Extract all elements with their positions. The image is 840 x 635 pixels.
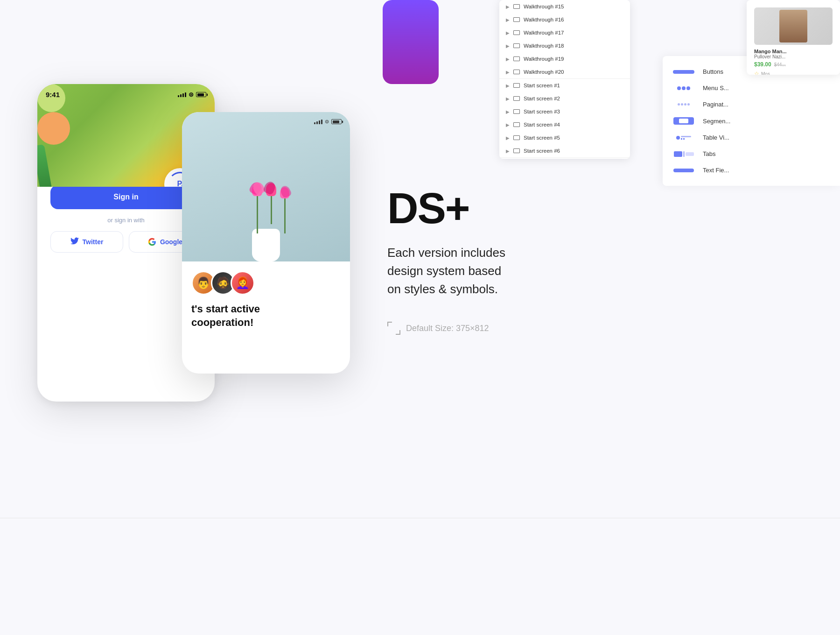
product-price-original: $44... <box>774 62 786 67</box>
component-tabs[interactable]: Tabs <box>663 146 840 162</box>
buttons-bar-icon <box>673 70 694 74</box>
product-rating: ☆ Mos... <box>754 71 833 75</box>
default-size-text: Default Size: 375×812 <box>406 324 489 333</box>
menu-dot2 <box>682 86 686 90</box>
component-textfield[interactable]: Text Fie... <box>663 162 840 178</box>
layer-item-wt19[interactable]: ▶ Walkthrough #19 <box>499 52 630 65</box>
petal-pink-3 <box>280 187 289 198</box>
sign-in-button[interactable]: Sign in <box>50 185 202 209</box>
page-container: 9:41 ⊜ <box>0 0 840 635</box>
fruit-bottle1-decoration <box>37 144 54 187</box>
component-pagination[interactable]: Paginat... <box>663 96 840 113</box>
twitter-button-label: Twitter <box>83 238 104 246</box>
pag-dot4 <box>687 103 690 106</box>
product-name: Mango Man... <box>754 49 833 54</box>
screen-icon-4 <box>513 43 520 48</box>
segment-icon <box>673 117 694 125</box>
layer-panel: ▶ Walkthrough #15 ▶ Walkthrough #16 ▶ Wa… <box>499 0 630 159</box>
segment-label: Segmen... <box>703 118 730 125</box>
battery-icon-2 <box>331 119 342 124</box>
left-area: 9:41 ⊜ <box>37 84 364 420</box>
ds-section: DS+ Each version includes design system … <box>387 187 621 335</box>
signal-bars-icon <box>178 92 186 97</box>
layer-item-ss4[interactable]: ▶ Start screen #4 <box>499 118 630 131</box>
bottom-divider <box>0 518 840 518</box>
twitter-button[interactable]: Twitter <box>50 231 123 253</box>
purple-phone-area <box>383 0 439 84</box>
layer-item-ss6[interactable]: ▶ Start screen #6 <box>499 144 630 157</box>
social-headline-line1: t's start active <box>191 303 260 315</box>
layer-item-wt20[interactable]: ▶ Walkthrough #20 <box>499 65 630 78</box>
layer-item-wt16[interactable]: ▶ Walkthrough #16 <box>499 13 630 26</box>
layer-item-ss3[interactable]: ▶ Start screen #3 <box>499 105 630 118</box>
layer-item-wt15[interactable]: ▶ Walkthrough #15 <box>499 0 630 13</box>
screen-icon-6 <box>513 70 520 74</box>
segment-preview <box>672 117 695 125</box>
stem-3 <box>284 198 286 233</box>
tabs-preview <box>672 151 695 157</box>
flower-1 <box>252 184 262 233</box>
expand-arrow-7: ▶ <box>506 83 510 88</box>
textfield-preview <box>672 169 695 172</box>
screen-icon-9 <box>513 109 520 114</box>
pag-dot2 <box>681 103 683 106</box>
buttons-preview <box>672 70 695 74</box>
layer-name-wt19: Walkthrough #19 <box>524 56 564 62</box>
segment-inner <box>679 119 688 123</box>
google-button-label: Google <box>160 238 182 246</box>
shopping-panel: Mango Man... Pullover Nazi... $39.00 $44… <box>747 0 840 75</box>
tab-inactive <box>686 152 694 156</box>
layer-item-wt18[interactable]: ▶ Walkthrough #18 <box>499 39 630 52</box>
product-image <box>754 7 833 45</box>
layer-name-wt17: Walkthrough #17 <box>524 30 564 35</box>
expand-arrow-12: ▶ <box>506 148 510 154</box>
social-phone-content: 👨 🧔 👩‍🦰 t's start active cooperation! <box>182 261 350 339</box>
screen-icon <box>513 4 520 9</box>
menu-label: Menu S... <box>703 85 729 92</box>
menu-preview <box>672 86 695 90</box>
tabs-label: Tabs <box>703 150 715 157</box>
textfield-label: Text Fie... <box>703 167 729 174</box>
component-menu[interactable]: Menu S... <box>663 80 840 96</box>
expand-arrow-2: ▶ <box>506 17 510 22</box>
layer-item-ss5[interactable]: ▶ Start screen #5 <box>499 131 630 144</box>
flower-3 <box>280 187 289 233</box>
filter-item[interactable]: ⊙ Filter <box>499 157 630 159</box>
layer-item-ss2[interactable]: ▶ Start screen #2 <box>499 92 630 105</box>
product-img-inner <box>779 10 807 42</box>
menu-dot1 <box>677 86 681 90</box>
textfield-icon <box>673 169 694 172</box>
petal-pink-1 <box>252 184 262 196</box>
layer-item-wt17[interactable]: ▶ Walkthrough #17 <box>499 26 630 39</box>
component-segment[interactable]: Segmen... <box>663 113 840 129</box>
layer-name-wt18: Walkthrough #18 <box>524 43 564 49</box>
pag-dot1 <box>678 103 680 106</box>
product-pricing: $39.00 $44... <box>754 61 833 68</box>
or-text: or sign in with <box>50 217 202 224</box>
layer-name-wt20: Walkthrough #20 <box>524 69 564 75</box>
layer-item-ss1[interactable]: ▶ Start screen #1 <box>499 78 630 92</box>
table-preview <box>672 136 695 140</box>
expand-arrow-11: ▶ <box>506 135 510 141</box>
social-headline-line2: cooperation! <box>191 317 253 328</box>
table-label: Table Vi... <box>703 134 729 141</box>
components-panel: Buttons Menu S... Paginat... <box>663 56 840 186</box>
screen-icon-2 <box>513 17 520 22</box>
most-label: Mos... <box>761 71 774 75</box>
product-subname: Pullover Nazi... <box>754 54 833 59</box>
expand-arrow: ▶ <box>506 4 510 9</box>
social-buttons: Twitter Google <box>50 231 202 253</box>
battery-icon <box>196 92 206 97</box>
ds-description: Each version includes design system base… <box>387 244 621 298</box>
ds-desc-line2: design system based <box>387 264 501 278</box>
expand-arrow-3: ▶ <box>506 30 510 35</box>
table-circle <box>676 136 680 140</box>
expand-arrow-5: ▶ <box>506 56 510 62</box>
star-icon: ☆ <box>754 71 759 75</box>
signal-bars-2 <box>314 120 322 124</box>
buttons-label: Buttons <box>703 68 723 75</box>
twitter-bird-icon <box>70 237 79 247</box>
component-table[interactable]: Table Vi... <box>663 129 840 146</box>
tab-divider <box>683 151 685 157</box>
phone-status-bar: 9:41 ⊜ <box>37 84 215 105</box>
